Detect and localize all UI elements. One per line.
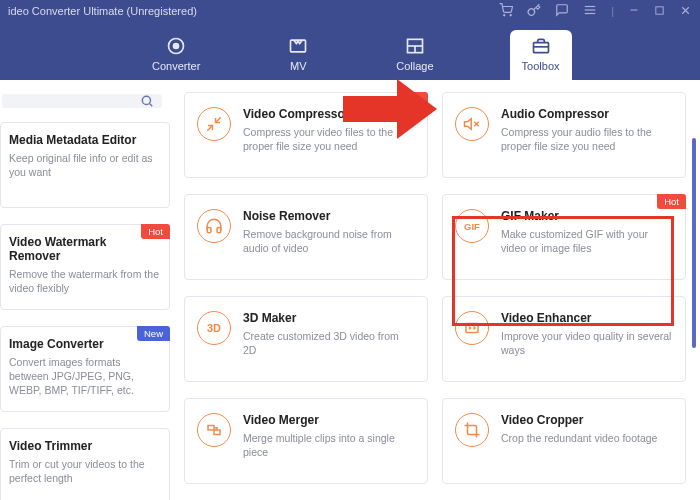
maximize-icon[interactable] xyxy=(654,5,665,18)
card-title: Video Enhancer xyxy=(501,311,673,325)
tool-video-enhancer[interactable]: Video Enhancer Improve your video qualit… xyxy=(442,296,686,382)
card-title: Video Watermark Remover xyxy=(9,235,159,263)
tool-video-merger[interactable]: Video Merger Merge multiple clips into a… xyxy=(184,398,428,484)
svg-point-1 xyxy=(510,15,511,16)
menu-icon[interactable] xyxy=(583,3,597,19)
card-desc: Improve your video quality in several wa… xyxy=(501,329,673,357)
tab-label: Converter xyxy=(152,60,200,72)
3d-icon: 3D xyxy=(197,311,231,345)
card-desc: Compress your video files to the proper … xyxy=(243,125,415,153)
tab-toolbox[interactable]: Toolbox xyxy=(510,30,572,80)
tab-mv[interactable]: MV xyxy=(276,30,320,80)
tool-noise-remover[interactable]: Noise Remover Remove background noise fr… xyxy=(184,194,428,280)
card-desc: Compress your audio files to the proper … xyxy=(501,125,673,153)
titlebar: ideo Converter Ultimate (Unregistered) | xyxy=(0,0,700,22)
card-title: Media Metadata Editor xyxy=(9,133,159,147)
svg-rect-27 xyxy=(466,324,478,333)
card-desc: Make customized GIF with your video or i… xyxy=(501,227,673,255)
hot-badge: Hot xyxy=(141,224,170,239)
card-desc: Keep original file info or edit as you w… xyxy=(9,151,159,179)
svg-rect-25 xyxy=(214,430,220,435)
svg-rect-9 xyxy=(656,6,663,13)
tool-video-trimmer[interactable]: Video Trimmer Trim or cut your videos to… xyxy=(0,428,170,500)
tool-gif-maker[interactable]: Hot GIF GIF Maker Make customized GIF wi… xyxy=(442,194,686,280)
tab-collage[interactable]: Collage xyxy=(384,30,445,80)
svg-line-22 xyxy=(216,117,221,122)
card-desc: Remove the watermark from the video flex… xyxy=(9,267,159,295)
tab-label: Toolbox xyxy=(522,60,560,72)
card-title: Video Cropper xyxy=(501,413,657,427)
tool-watermark-remover[interactable]: Hot Video Watermark Remover Remove the w… xyxy=(0,224,170,310)
feedback-icon[interactable] xyxy=(555,3,569,19)
gif-icon: GIF xyxy=(455,209,489,243)
card-desc: Merge multiple clips into a single piece xyxy=(243,431,415,459)
window-controls: | xyxy=(499,3,692,19)
card-desc: Convert images formats between JPG/JPEG,… xyxy=(9,355,159,398)
noise-icon xyxy=(197,209,231,243)
main-nav: Converter MV Collage Toolbox xyxy=(0,22,700,80)
card-title: Audio Compressor xyxy=(501,107,673,121)
tool-3d-maker[interactable]: 3D 3D Maker Create customized 3D video f… xyxy=(184,296,428,382)
card-desc: Remove background noise from audio of vi… xyxy=(243,227,415,255)
hot-badge: Hot xyxy=(657,194,686,209)
tab-converter[interactable]: Converter xyxy=(140,30,212,80)
svg-point-20 xyxy=(142,96,150,104)
compress-icon xyxy=(197,107,231,141)
tool-image-converter[interactable]: New Image Converter Convert images forma… xyxy=(0,326,170,412)
cart-icon[interactable] xyxy=(499,3,513,19)
card-title: GIF Maker xyxy=(501,209,673,223)
card-desc: Trim or cut your videos to the perfect l… xyxy=(9,457,159,485)
svg-line-23 xyxy=(207,126,212,131)
new-badge: New xyxy=(137,326,170,341)
minimize-icon[interactable] xyxy=(628,4,640,18)
enhance-icon xyxy=(455,311,489,345)
audio-compress-icon xyxy=(455,107,489,141)
tab-label: Collage xyxy=(396,60,433,72)
merge-icon xyxy=(197,413,231,447)
svg-marker-26 xyxy=(465,119,472,130)
card-title: Video Merger xyxy=(243,413,415,427)
tool-video-cropper[interactable]: Video Cropper Crop the redundant video f… xyxy=(442,398,686,484)
search-icon xyxy=(140,94,154,108)
card-title: Video Trimmer xyxy=(9,439,159,453)
svg-point-0 xyxy=(504,15,505,16)
tool-media-metadata[interactable]: Media Metadata Editor Keep original file… xyxy=(0,122,170,208)
card-title: Noise Remover xyxy=(243,209,415,223)
card-desc: Create customized 3D video from 2D xyxy=(243,329,415,357)
svg-point-13 xyxy=(174,44,179,49)
tab-label: MV xyxy=(290,60,307,72)
card-desc: Crop the redundant video footage xyxy=(501,431,657,445)
card-title: 3D Maker xyxy=(243,311,415,325)
scrollbar-thumb[interactable] xyxy=(692,138,696,348)
crop-icon xyxy=(455,413,489,447)
content-area: Media Metadata Editor Keep original file… xyxy=(0,80,700,500)
svg-line-21 xyxy=(150,104,153,107)
close-icon[interactable] xyxy=(679,4,692,19)
key-icon[interactable] xyxy=(527,3,541,19)
search-input[interactable] xyxy=(2,94,162,108)
svg-rect-24 xyxy=(208,426,214,431)
tool-audio-compressor[interactable]: Audio Compressor Compress your audio fil… xyxy=(442,92,686,178)
window-title: ideo Converter Ultimate (Unregistered) xyxy=(8,5,197,17)
